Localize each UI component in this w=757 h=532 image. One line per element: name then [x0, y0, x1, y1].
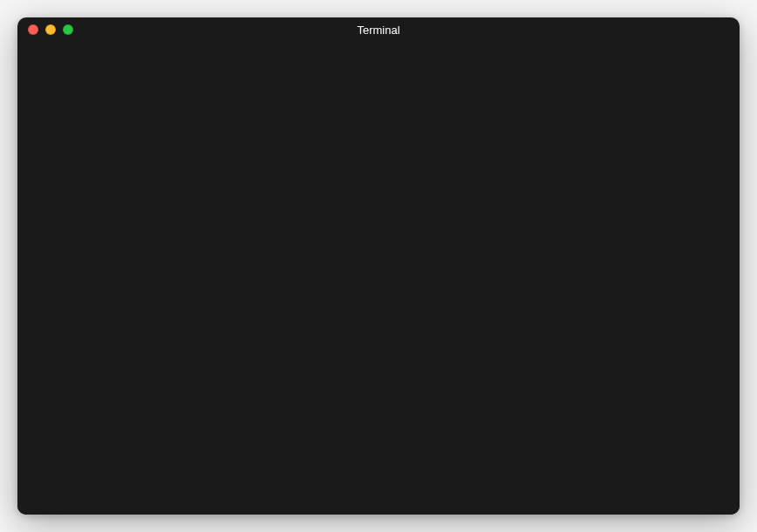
- terminal-window: Terminal: [17, 17, 740, 515]
- zoom-button[interactable]: [63, 24, 73, 35]
- close-button[interactable]: [28, 24, 38, 35]
- window-title: Terminal: [17, 24, 740, 37]
- minimize-button[interactable]: [45, 24, 56, 35]
- titlebar[interactable]: Terminal: [17, 17, 740, 42]
- terminal-body[interactable]: [17, 42, 740, 515]
- traffic-lights: [28, 24, 73, 35]
